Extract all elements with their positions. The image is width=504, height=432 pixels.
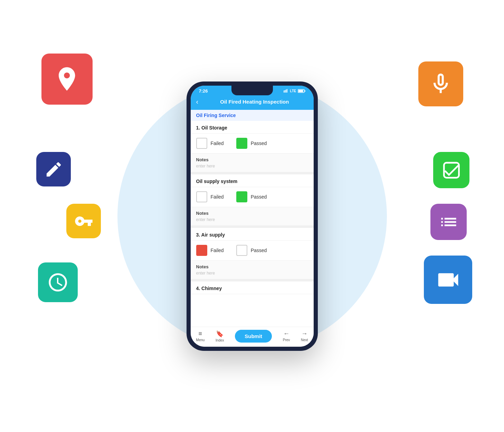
next-button[interactable]: → Next [301, 330, 308, 342]
item-title-air-supply: 3. Air supply [191, 228, 314, 241]
item-title-oil-supply: Oil supply system [191, 174, 314, 187]
clock-icon-card [38, 262, 78, 302]
passed-option-oil-supply[interactable]: Passed [236, 191, 267, 202]
location-icon-card [41, 54, 93, 105]
notes-block-1: Notes enter here [191, 153, 314, 172]
svg-rect-2 [285, 90, 285, 93]
menu-button[interactable]: ≡ Menu [196, 330, 205, 342]
passed-label-oil-storage: Passed [251, 141, 267, 146]
key-icon-card [66, 204, 101, 238]
svg-rect-6 [298, 90, 303, 92]
passed-label-oil-supply: Passed [251, 194, 267, 200]
radio-row-oil-storage: Failed Passed [191, 134, 314, 153]
passed-option-air-supply[interactable]: Passed [236, 245, 267, 256]
failed-option-oil-storage[interactable]: Failed [196, 138, 224, 149]
checkmark-icon-card [433, 152, 469, 188]
back-button[interactable]: ‹ [196, 98, 199, 106]
prev-label: Prev [283, 338, 290, 342]
next-arrow-icon: → [301, 330, 307, 337]
phone-screen: 7:26 LTE ‹ Oil Fired Heating Inspection … [191, 86, 314, 347]
notes-block-2: Notes enter here [191, 207, 314, 226]
inspection-item-chimney: 4. Chimney [191, 281, 314, 294]
inspection-item-oil-supply: Oil supply system Failed Passed [191, 174, 314, 207]
edit-icon-card [36, 152, 71, 186]
svg-rect-3 [286, 90, 286, 93]
item-title-oil-storage: 1. Oil Storage [191, 121, 314, 134]
failed-label-oil-supply: Failed [211, 194, 224, 200]
header-title: Oil Fired Heating Inspection [201, 99, 308, 105]
notes-label-3: Notes [196, 264, 308, 269]
microphone-icon-card [418, 61, 463, 106]
passed-checkbox-oil-supply[interactable] [236, 191, 247, 202]
failed-checkbox-oil-storage[interactable] [196, 138, 207, 149]
app-header: ‹ Oil Fired Heating Inspection [191, 95, 314, 110]
inspection-item-air-supply: 3. Air supply Failed Passed [191, 228, 314, 260]
menu-label: Menu [196, 338, 205, 342]
list-icon-card [430, 204, 467, 240]
section-label: Oil Firing Service [191, 110, 314, 121]
passed-label-air-supply: Passed [251, 248, 267, 253]
lte-label: LTE [290, 89, 296, 93]
svg-rect-0 [444, 163, 459, 177]
svg-rect-4 [287, 89, 287, 93]
svg-rect-7 [305, 90, 305, 92]
radio-row-oil-supply: Failed Passed [191, 187, 314, 207]
failed-option-oil-supply[interactable]: Failed [196, 191, 224, 202]
video-icon-card [424, 256, 472, 304]
passed-option-oil-storage[interactable]: Passed [236, 138, 267, 149]
failed-label-oil-storage: Failed [211, 141, 224, 146]
submit-button[interactable]: Submit [235, 330, 272, 343]
content-area[interactable]: 1. Oil Storage Failed Passed Notes enter [191, 121, 314, 327]
inspection-item-oil-storage: 1. Oil Storage Failed Passed [191, 121, 314, 153]
status-time: 7:26 [199, 88, 208, 94]
radio-row-air-supply: Failed Passed [191, 241, 314, 260]
index-button[interactable]: 🔖 Index [216, 330, 224, 342]
prev-arrow-icon: ← [283, 330, 289, 337]
phone-frame: 7:26 LTE ‹ Oil Fired Heating Inspection … [187, 81, 318, 351]
notes-input-2[interactable]: enter here [196, 217, 308, 222]
failed-checkbox-air-supply[interactable] [196, 245, 207, 256]
notes-label-2: Notes [196, 211, 308, 216]
index-label: Index [216, 338, 224, 342]
passed-checkbox-oil-storage[interactable] [236, 138, 247, 149]
bottom-navigation: ≡ Menu 🔖 Index Submit ← Prev → Next [191, 327, 314, 347]
failed-checkbox-oil-supply[interactable] [196, 191, 207, 202]
next-label: Next [301, 338, 308, 342]
index-icon: 🔖 [216, 330, 224, 338]
notes-input-3[interactable]: enter here [196, 271, 308, 276]
item-title-chimney: 4. Chimney [191, 281, 314, 294]
failed-option-air-supply[interactable]: Failed [196, 245, 224, 256]
notes-label-1: Notes [196, 157, 308, 162]
phone-notch [231, 86, 273, 95]
svg-rect-1 [284, 90, 284, 93]
notes-block-3: Notes enter here [191, 260, 314, 279]
failed-label-air-supply: Failed [211, 248, 224, 253]
status-icons: LTE [284, 89, 305, 93]
passed-checkbox-air-supply[interactable] [236, 245, 247, 256]
prev-button[interactable]: ← Prev [283, 330, 290, 342]
menu-icon: ≡ [199, 330, 202, 337]
notes-input-1[interactable]: enter here [196, 164, 308, 169]
